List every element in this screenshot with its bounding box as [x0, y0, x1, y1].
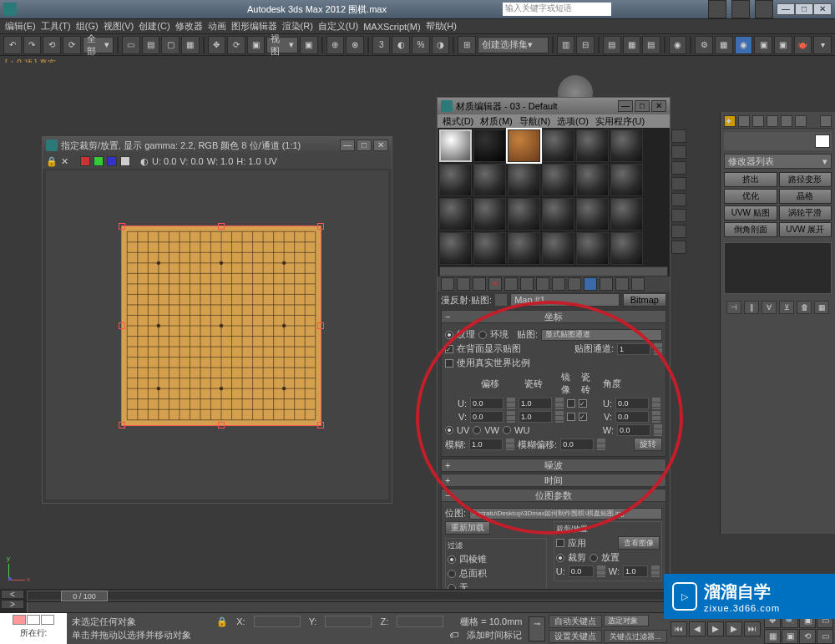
crop-viewport[interactable] [46, 170, 388, 499]
side-pick-icon[interactable] [671, 225, 686, 238]
crop-mono-icon[interactable]: ◐ [140, 156, 149, 167]
unlink-icon[interactable]: ⟳ [63, 36, 81, 54]
me-pick-icon[interactable] [495, 294, 507, 306]
select-name-icon[interactable]: ▤ [142, 36, 160, 54]
side-back-icon[interactable] [671, 145, 686, 159]
slot-13[interactable] [439, 198, 472, 231]
tl-gt[interactable]: > [1, 600, 24, 609]
stack-unique-icon[interactable]: ⊻ [779, 301, 794, 314]
me-t7[interactable] [536, 277, 549, 291]
sch-icon[interactable]: ▤ [642, 36, 660, 54]
crop-r-icon[interactable] [80, 156, 90, 166]
side-check-icon[interactable] [671, 177, 686, 190]
bp-u[interactable]: 0.0 [569, 565, 594, 577]
bmp-head[interactable]: −位图参数 [441, 489, 666, 502]
me-min[interactable]: — [618, 100, 633, 112]
pin-icon[interactable]: ⊣ [726, 301, 741, 314]
blur-spin[interactable]: 1.0 [469, 439, 503, 450]
region-icon[interactable]: ▣ [782, 629, 798, 644]
psnap-icon[interactable]: % [412, 36, 430, 54]
named-sel-drop[interactable]: 创建选择集 ▾ [478, 37, 549, 53]
zoom-all-icon[interactable]: ▦ [764, 629, 781, 644]
autokey-btn[interactable]: 自动关键点 [549, 615, 602, 628]
check-realworld[interactable] [445, 359, 453, 368]
max-vp-icon[interactable]: ▭ [817, 629, 833, 644]
me-menu-nav[interactable]: 导航(N) [519, 115, 550, 128]
r-crop[interactable] [556, 554, 564, 562]
slot-2[interactable] [473, 129, 506, 162]
me-t11[interactable] [600, 277, 613, 291]
crop-max[interactable]: □ [357, 139, 372, 151]
tl-lt[interactable]: < [1, 590, 24, 599]
r-pyr[interactable] [448, 555, 456, 564]
slot-24[interactable] [610, 232, 643, 265]
asnap-icon[interactable]: ◐ [392, 36, 410, 54]
stack-show-icon[interactable]: ‖ [744, 301, 759, 314]
me-t1[interactable] [441, 277, 454, 291]
me-t8[interactable] [552, 277, 565, 291]
menu-graph[interactable]: 图形编辑器 [231, 20, 277, 33]
me-menu-util[interactable]: 实用程序(U) [595, 115, 645, 128]
slot-16[interactable] [542, 198, 574, 231]
add-time-tag[interactable]: 添加时间标记 [467, 629, 522, 641]
bitmap-path[interactable]: nistratu\Desktop\3Dmax如何制作围棋\棋盘贴图.jpg [469, 508, 662, 520]
time-slider[interactable]: 0 / 100 [61, 591, 108, 601]
key-big[interactable]: ⊸ [529, 616, 545, 641]
util-tab-icon[interactable] [795, 115, 807, 127]
slot-8[interactable] [473, 164, 506, 196]
tag-icon[interactable]: 🏷 [449, 630, 458, 640]
crop-title-bar[interactable]: 指定裁剪/放置, 显示 gamma: 2.2, RGB 颜色 8 位/通道 (1… [43, 137, 392, 154]
scale-icon[interactable]: ▣ [247, 36, 266, 54]
slot-15[interactable] [508, 198, 540, 231]
modifier-list-drop[interactable]: 修改器列表▾ [724, 154, 832, 169]
rotate-icon[interactable]: ⟳ [227, 36, 245, 54]
mod-turbosmooth[interactable]: 涡轮平滑 [779, 205, 832, 221]
menu-group[interactable]: 组(G) [76, 20, 99, 33]
slot-10[interactable] [542, 164, 574, 196]
me-t5[interactable] [504, 277, 518, 291]
slot-17[interactable] [576, 198, 609, 231]
noise-head[interactable]: +噪波 [441, 459, 666, 472]
render-icon[interactable]: ◉ [735, 36, 753, 54]
keyfilter-btn[interactable]: 关键点过滤器... [604, 630, 667, 643]
lock-icon[interactable] [820, 115, 832, 127]
keyb-icon[interactable]: ⊗ [346, 36, 364, 54]
menu-render[interactable]: 渲染(R) [282, 20, 313, 33]
channel-spin[interactable]: 1 [617, 343, 650, 355]
me-title-bar[interactable]: 材质编辑器 - 03 - Default —□✕ [438, 98, 670, 114]
slot-19[interactable] [439, 232, 472, 265]
radio-texture[interactable] [445, 331, 453, 339]
side-opt-icon[interactable] [671, 209, 686, 222]
menu-help[interactable]: 帮助(H) [426, 20, 457, 33]
time-head[interactable]: +时间 [441, 474, 666, 487]
slot-9[interactable] [508, 164, 540, 196]
mod-bevel[interactable]: 倒角剖面 [724, 222, 777, 237]
undo-icon[interactable]: ↶ [3, 36, 22, 54]
select-icon[interactable]: ▭ [122, 36, 140, 54]
nsel-icon[interactable]: ⊞ [458, 36, 476, 54]
side-3x2-icon[interactable] [671, 241, 686, 254]
me-check-icon[interactable] [568, 277, 581, 291]
bp-w[interactable]: 1.0 [623, 565, 648, 577]
crop-g-icon[interactable] [94, 156, 104, 166]
u-tile[interactable]: 1.0 [519, 398, 552, 409]
reload-btn[interactable]: 重新加载 [445, 521, 490, 535]
curve-icon[interactable]: ▦ [623, 36, 641, 54]
setkey-btn[interactable]: 设置关键点 [549, 630, 602, 643]
z-input[interactable] [397, 616, 443, 627]
help-icon[interactable] [708, 0, 726, 18]
slot-21[interactable] [508, 232, 540, 265]
orbit-icon[interactable]: ⟲ [799, 629, 816, 644]
u-mirror[interactable] [567, 399, 575, 408]
goto-start-icon[interactable]: ⏮ [671, 621, 687, 636]
selection-filter-drop[interactable]: 全部 ▾ [83, 37, 114, 53]
u-tile-c[interactable] [579, 399, 587, 408]
slot-11[interactable] [576, 164, 609, 196]
me-delete-icon[interactable]: ✕ [488, 277, 502, 291]
stack-del-icon[interactable]: 🗑 [797, 301, 812, 314]
teapot-icon[interactable]: 🫖 [794, 36, 812, 54]
w-angle[interactable]: 0.0 [617, 424, 650, 436]
me-t2[interactable] [457, 277, 470, 291]
v-offset[interactable]: 0.0 [470, 411, 504, 423]
tool5-icon[interactable]: ▣ [754, 36, 772, 54]
